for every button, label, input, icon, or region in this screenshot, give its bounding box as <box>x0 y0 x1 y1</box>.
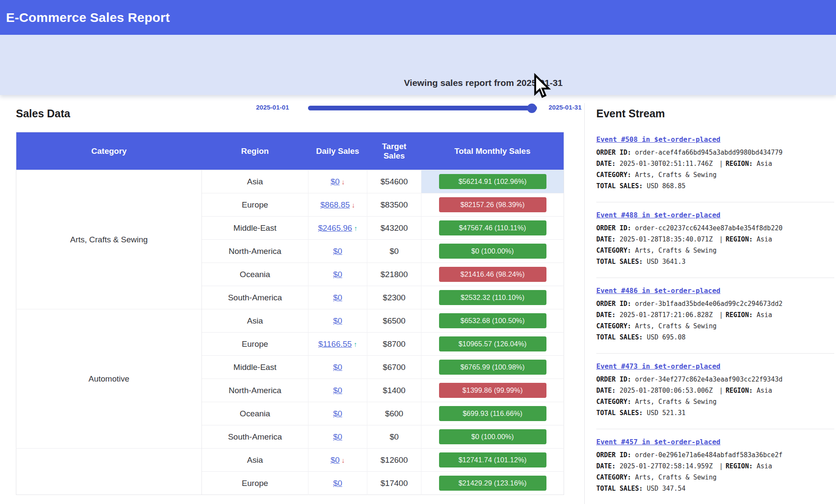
total-monthly-sales-cell: $6532.68 (100.50%) <box>421 309 564 333</box>
region-cell: Middle-East <box>202 217 308 240</box>
target-sales-cell: $17400 <box>367 472 421 495</box>
daily-sales-link[interactable]: $0 <box>333 270 342 279</box>
total-monthly-sales-cell: $12741.74 (101.12%) <box>421 449 564 472</box>
total-sales-badge: $47567.46 (110.11%) <box>439 220 546 235</box>
daily-sales-link[interactable]: $0 <box>333 432 342 441</box>
daily-sales-link[interactable]: $0 <box>333 363 342 372</box>
daily-sales-link[interactable]: $0 <box>333 479 342 488</box>
total-monthly-sales-cell: $21416.46 (98.24%) <box>421 263 564 286</box>
event-card: Event #486 in $et-order-placedORDER ID: … <box>596 278 834 354</box>
date-slider-section: Viewing sales report from 2025-01-31 202… <box>0 35 836 95</box>
target-sales-cell: $1400 <box>367 379 421 402</box>
daily-sales-cell: $0 <box>308 263 367 286</box>
daily-sales-link[interactable]: $0 <box>333 293 342 302</box>
region-cell: Asia <box>202 309 308 333</box>
date-slider-handle[interactable] <box>527 104 537 113</box>
daily-sales-link[interactable]: $0 <box>333 409 342 418</box>
daily-sales-cell: $0 <box>308 379 367 402</box>
event-title-link[interactable]: Event #486 in $et-order-placed <box>596 287 720 295</box>
daily-sales-cell: $0 <box>308 425 367 449</box>
daily-sales-cell: $868.85↓ <box>308 193 367 217</box>
sales-table-body: Arts, Crafts & SewingAsia$0↓$54600$56214… <box>16 170 564 495</box>
target-sales-cell: $21800 <box>367 263 421 286</box>
event-total-sales: TOTAL SALES: USD 347.54 <box>596 483 834 494</box>
event-category: CATEGORY: Arts, Crafts & Sewing <box>596 321 834 332</box>
category-cell: Automotive <box>16 309 202 449</box>
daily-sales-cell: $1166.55↑ <box>308 333 367 356</box>
slider-max-label: 2025-01-31 <box>549 104 582 111</box>
app-header: E-Commerce Sales Report <box>0 0 836 35</box>
daily-sales-cell: $0 <box>308 286 367 309</box>
daily-sales-cell: $0↓ <box>308 170 367 193</box>
event-date-region: DATE: 2025-01-27T02:58:14.959Z |REGION: … <box>596 461 834 472</box>
daily-sales-cell: $2465.96↑ <box>308 217 367 240</box>
date-slider-track[interactable] <box>308 106 537 110</box>
region-cell: Middle-East <box>202 356 308 379</box>
total-monthly-sales-cell: $82157.26 (98.39%) <box>421 193 564 217</box>
total-monthly-sales-cell: $6765.99 (100.98%) <box>421 356 564 379</box>
target-sales-cell: $0 <box>367 425 421 449</box>
total-monthly-sales-cell: $0 (100.00%) <box>421 240 564 263</box>
daily-sales-cell: $0 <box>308 356 367 379</box>
daily-sales-link[interactable]: $1166.55 <box>318 339 352 348</box>
daily-sales-cell: $0 <box>308 240 367 263</box>
total-sales-badge: $10965.57 (126.04%) <box>439 336 546 351</box>
col-header-daily-sales: Daily Sales <box>308 132 367 170</box>
daily-sales-link[interactable]: $0 <box>330 455 339 464</box>
daily-sales-cell: $0↓ <box>308 449 367 472</box>
event-total-sales: TOTAL SALES: USD 868.85 <box>596 180 834 192</box>
event-stream-panel: Event Stream Event #508 in $et-order-pla… <box>584 103 834 504</box>
mouse-cursor-icon <box>531 73 553 101</box>
table-row: Arts, Crafts & SewingAsia$0↓$54600$56214… <box>16 170 564 193</box>
col-header-category: Category <box>16 132 202 170</box>
region-cell: Asia <box>202 449 308 472</box>
daily-sales-link[interactable]: $0 <box>330 177 339 186</box>
region-cell: Oceania <box>202 402 308 425</box>
event-title-link[interactable]: Event #488 in $et-order-placed <box>596 211 720 219</box>
daily-sales-link[interactable]: $0 <box>333 247 342 256</box>
region-cell: Oceania <box>202 263 308 286</box>
total-sales-badge: $21429.29 (123.16%) <box>439 476 546 491</box>
total-sales-badge: $6532.68 (100.50%) <box>439 313 546 328</box>
event-total-sales: TOTAL SALES: USD 3641.3 <box>596 256 834 267</box>
total-monthly-sales-cell: $47567.46 (110.11%) <box>421 217 564 240</box>
daily-sales-link[interactable]: $868.85 <box>320 200 350 209</box>
category-cell: Arts, Crafts & Sewing <box>16 170 202 309</box>
total-sales-badge: $21416.46 (98.24%) <box>439 267 546 282</box>
daily-sales-cell: $0 <box>308 402 367 425</box>
target-sales-cell: $83500 <box>367 193 421 217</box>
total-sales-badge: $1399.86 (99.99%) <box>439 383 546 398</box>
event-date-region: DATE: 2025-01-28T00:06:53.006Z |REGION: … <box>596 385 834 396</box>
daily-sales-cell: $0 <box>308 309 367 333</box>
total-sales-badge: $56214.91 (102.96%) <box>439 174 546 189</box>
event-category: CATEGORY: Arts, Crafts & Sewing <box>596 472 834 483</box>
daily-sales-link[interactable]: $0 <box>333 386 342 395</box>
trend-down-icon: ↓ <box>342 457 345 464</box>
total-monthly-sales-cell: $2532.32 (110.10%) <box>421 286 564 309</box>
total-monthly-sales-cell: $699.93 (116.66%) <box>421 402 564 425</box>
event-category: CATEGORY: Arts, Crafts & Sewing <box>596 169 834 180</box>
col-header-total-monthly-sales: Total Monthly Sales <box>421 132 564 170</box>
event-title-link[interactable]: Event #457 in $et-order-placed <box>596 438 720 446</box>
target-sales-cell: $600 <box>367 402 421 425</box>
target-sales-cell: $0 <box>367 240 421 263</box>
event-title-link[interactable]: Event #508 in $et-order-placed <box>596 135 720 144</box>
target-sales-cell: $2300 <box>367 286 421 309</box>
event-stream-heading: Event Stream <box>596 107 834 120</box>
trend-down-icon: ↓ <box>351 202 355 209</box>
event-order-id: ORDER ID: order-3b1faad35bde4e06ad99c2c2… <box>596 298 834 309</box>
target-sales-cell: $6700 <box>367 356 421 379</box>
event-order-id: ORDER ID: order-34ef277c862e4a3eaaf903cc… <box>596 374 834 385</box>
total-sales-badge: $82157.26 (98.39%) <box>439 197 546 212</box>
total-sales-badge: $0 (100.00%) <box>439 244 546 259</box>
col-header-target-sales: Target Sales <box>367 132 421 170</box>
event-title-link[interactable]: Event #473 in $et-order-placed <box>596 362 720 370</box>
event-date-region: DATE: 2025-01-28T18:35:40.071Z |REGION: … <box>596 234 834 245</box>
event-order-id: ORDER ID: order-0e2961e71a6e484abfadf583… <box>596 449 834 461</box>
daily-sales-link[interactable]: $2465.96 <box>318 223 352 232</box>
total-monthly-sales-cell: $1399.86 (99.99%) <box>421 379 564 402</box>
daily-sales-link[interactable]: $0 <box>333 316 342 325</box>
region-cell: North-America <box>202 240 308 263</box>
event-card: Event #457 in $et-order-placedORDER ID: … <box>596 429 834 504</box>
event-card: Event #508 in $et-order-placedORDER ID: … <box>596 127 834 202</box>
